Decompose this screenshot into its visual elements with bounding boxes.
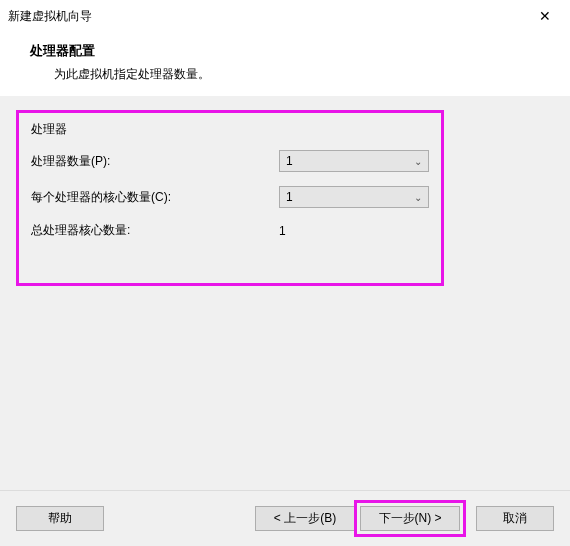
next-highlight: 下一步(N) > (354, 500, 466, 537)
processor-count-value: 1 (286, 154, 293, 168)
section-label: 处理器 (31, 121, 429, 138)
titlebar: 新建虚拟机向导 ✕ (0, 0, 570, 32)
processor-count-select[interactable]: 1 ⌄ (279, 150, 429, 172)
page-subtitle: 为此虚拟机指定处理器数量。 (30, 66, 570, 83)
cores-per-label: 每个处理器的核心数量(C): (31, 189, 279, 206)
total-cores-value: 1 (279, 224, 286, 238)
processor-count-row: 处理器数量(P): 1 ⌄ (31, 150, 429, 172)
help-button[interactable]: 帮助 (16, 506, 104, 531)
page-title: 处理器配置 (30, 42, 570, 60)
cores-per-value: 1 (286, 190, 293, 204)
chevron-down-icon: ⌄ (414, 192, 422, 203)
processor-group: 处理器 处理器数量(P): 1 ⌄ 每个处理器的核心数量(C): 1 ⌄ 总处理… (16, 110, 444, 286)
cores-per-select[interactable]: 1 ⌄ (279, 186, 429, 208)
cancel-button[interactable]: 取消 (476, 506, 554, 531)
chevron-down-icon: ⌄ (414, 156, 422, 167)
next-button[interactable]: 下一步(N) > (360, 506, 460, 531)
content-area: 处理器 处理器数量(P): 1 ⌄ 每个处理器的核心数量(C): 1 ⌄ 总处理… (0, 96, 570, 490)
wizard-header: 处理器配置 为此虚拟机指定处理器数量。 (0, 32, 570, 98)
total-cores-row: 总处理器核心数量: 1 (31, 222, 429, 239)
cores-per-row: 每个处理器的核心数量(C): 1 ⌄ (31, 186, 429, 208)
total-cores-label: 总处理器核心数量: (31, 222, 279, 239)
close-icon[interactable]: ✕ (530, 8, 560, 24)
back-button[interactable]: < 上一步(B) (255, 506, 355, 531)
button-bar: 帮助 < 上一步(B) 下一步(N) > 取消 (0, 490, 570, 546)
processor-count-label: 处理器数量(P): (31, 153, 279, 170)
window-title: 新建虚拟机向导 (8, 8, 92, 25)
